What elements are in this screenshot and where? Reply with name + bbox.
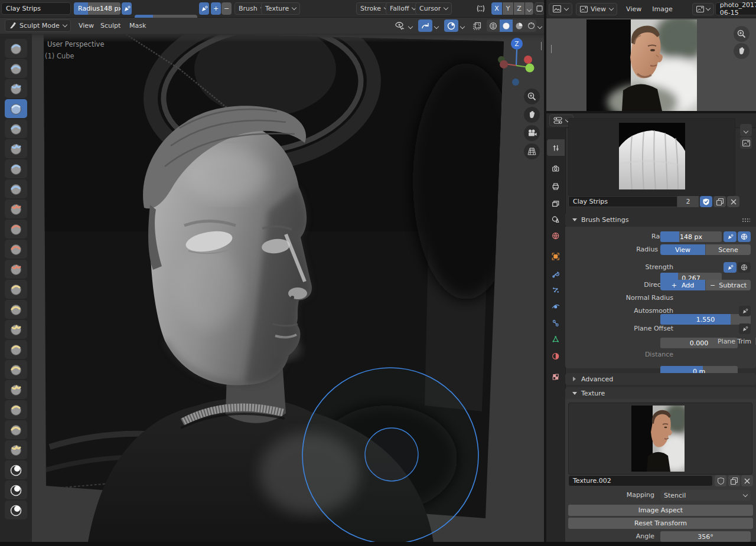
shading-wireframe-icon[interactable]	[487, 19, 500, 32]
brush-crease[interactable]	[5, 200, 27, 218]
brush-draw-face-sets[interactable]	[5, 501, 27, 519]
proportional-dropdown[interactable]	[458, 19, 466, 32]
texture-menu[interactable]: Texture	[261, 2, 300, 15]
texture-duplicate-icon[interactable]	[728, 475, 740, 486]
properties-tab-world[interactable]	[547, 227, 565, 244]
brush-snake-hook[interactable]	[5, 360, 27, 379]
brush-remove-button[interactable]: −	[221, 2, 232, 15]
image-datablock-selector[interactable]	[692, 3, 714, 15]
autosmooth-pressure-icon[interactable]	[739, 306, 751, 316]
shading-solid-icon[interactable]	[500, 19, 513, 32]
brush-mask[interactable]	[5, 480, 27, 499]
preview-image-icon[interactable]	[740, 137, 752, 149]
camera-view-icon[interactable]	[524, 125, 540, 141]
angle-field[interactable]: 356°	[660, 531, 751, 542]
radius-unit-globe-icon[interactable]	[738, 231, 751, 242]
reset-transform-button[interactable]: Reset Transform	[568, 518, 753, 529]
texture-fake-user-shield-icon[interactable]	[715, 475, 726, 486]
zoom-icon[interactable]	[524, 89, 540, 104]
image-toolbar-toggle-icon[interactable]	[548, 45, 552, 53]
brush-clay-strips[interactable]	[5, 99, 27, 118]
mode-dropdown[interactable]: Sculpt Mode	[5, 19, 71, 32]
properties-tab-material[interactable]	[547, 348, 565, 364]
properties-tab-object[interactable]	[547, 248, 565, 264]
panel-grip-icon[interactable]	[742, 218, 750, 222]
brush-elastic-deform[interactable]	[5, 340, 27, 359]
image-pan-hand-icon[interactable]	[734, 43, 750, 59]
image-aspect-button[interactable]: Image Aspect	[568, 505, 753, 516]
brush-draw-sharp[interactable]	[5, 59, 27, 78]
brush-clay[interactable]	[5, 79, 27, 98]
brush-fill[interactable]	[5, 260, 27, 279]
render-region-icon[interactable]	[470, 19, 484, 32]
properties-tab-render[interactable]	[547, 160, 565, 176]
viewport-3d[interactable]: Z User Perspective (1) Cube	[32, 34, 544, 542]
fake-user-shield-icon[interactable]	[700, 196, 712, 207]
proportional-edit-icon[interactable]	[444, 19, 458, 32]
brush-add-button[interactable]: +	[211, 2, 221, 15]
brush-thumb[interactable]	[5, 380, 27, 399]
menu-view[interactable]: View	[74, 19, 98, 32]
strength-pressure-icon[interactable]	[724, 262, 737, 273]
snap-dropdown[interactable]	[432, 19, 440, 32]
normal-radius-slider[interactable]: 1.550	[660, 314, 751, 325]
properties-tab-tool[interactable]	[547, 139, 565, 156]
brush-inflate[interactable]	[5, 159, 27, 178]
brush-settings-panel-header[interactable]: Brush Settings	[565, 214, 756, 225]
brush-users-count[interactable]: 2	[677, 196, 699, 207]
brush-blob[interactable]	[5, 179, 27, 198]
brush-rotate[interactable]	[5, 440, 27, 459]
image-menu-view[interactable]: View	[622, 3, 646, 15]
shading-dropdown[interactable]	[536, 19, 543, 32]
menu-sculpt[interactable]: Sculpt	[96, 19, 125, 32]
brush-scrape[interactable]	[5, 280, 27, 299]
image-name-field[interactable]: photo_2017-06-15	[715, 2, 756, 15]
image-mode-dropdown[interactable]: View	[576, 3, 617, 15]
radius-pressure-icon[interactable]	[122, 2, 132, 15]
brush-flatten[interactable]	[5, 240, 27, 259]
brush-nudge[interactable]	[5, 420, 27, 439]
brush-layer[interactable]	[5, 139, 27, 158]
radius-slider[interactable]: Radius148 px	[74, 2, 120, 15]
direction-add-button[interactable]: +Add	[660, 280, 705, 290]
texture-datablock-name-field[interactable]: Texture.002	[568, 475, 713, 486]
mirror-z-button[interactable]: Z	[514, 2, 524, 15]
brush-grab[interactable]	[5, 320, 27, 339]
mirror-x-button[interactable]: X	[491, 2, 502, 15]
active-brush-name-field[interactable]: Clay Strips	[1, 2, 71, 15]
properties-tab-constraints[interactable]	[547, 315, 565, 331]
radius-pressure-icon[interactable]	[724, 231, 737, 242]
properties-tab-output[interactable]	[547, 178, 565, 194]
advanced-panel-header[interactable]: Advanced	[565, 373, 756, 385]
radius-unit-scene-button[interactable]: Scene	[705, 244, 751, 255]
properties-tab-modifiers[interactable]	[547, 266, 565, 282]
brush-datablock-name-field[interactable]: Clay Strips	[568, 196, 677, 207]
brush-draw[interactable]	[5, 39, 27, 58]
editor-type-dropdown[interactable]	[549, 3, 572, 15]
shading-rendered-icon[interactable]	[526, 19, 536, 32]
mapping-dropdown[interactable]: Stencil	[660, 490, 751, 501]
ortho-grid-icon[interactable]	[524, 143, 540, 159]
properties-tab-scene[interactable]	[547, 211, 565, 227]
show-overlays-icon[interactable]	[392, 19, 406, 32]
mirror-y-button[interactable]: Y	[503, 2, 513, 15]
radius-unit-view-button[interactable]: View	[660, 244, 705, 255]
overlays-dropdown[interactable]	[406, 19, 414, 32]
image-zoom-icon[interactable]	[734, 26, 750, 42]
plane-offset-pressure-icon[interactable]	[739, 323, 751, 334]
cursor-menu[interactable]: Cursor	[415, 2, 452, 15]
properties-tab-particles[interactable]	[547, 282, 565, 298]
shading-material-icon[interactable]	[513, 19, 526, 32]
prop-radius-slider[interactable]: 148 px	[660, 231, 722, 242]
snap-icon[interactable]	[418, 19, 432, 32]
strength-pressure-icon[interactable]	[199, 2, 209, 15]
duplicate-datablock-icon[interactable]	[713, 196, 726, 207]
brush-smooth[interactable]	[5, 220, 27, 238]
properties-tab-object-data[interactable]	[547, 331, 565, 347]
properties-tab-view-layer[interactable]	[547, 195, 565, 212]
properties-tab-texture[interactable]	[547, 368, 565, 385]
unlink-x-icon[interactable]	[727, 196, 739, 207]
brush-clay-thumb[interactable]	[5, 119, 27, 138]
brush-slide-relax[interactable]	[5, 460, 27, 479]
brush-pinch[interactable]	[5, 300, 27, 319]
